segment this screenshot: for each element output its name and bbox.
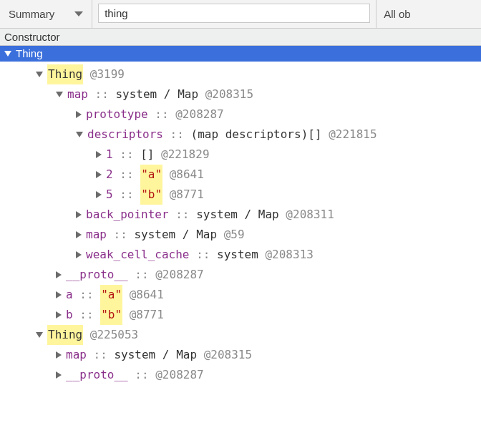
property-name: 5 (106, 185, 113, 205)
tree-row[interactable]: Thing @3199 (0, 64, 481, 84)
constructor-match: Thing (47, 64, 83, 84)
object-id: :: (88, 84, 116, 104)
objects-scope-label: All ob (384, 8, 411, 20)
arrow-right-icon[interactable] (96, 191, 102, 198)
property-name: b (66, 305, 73, 325)
string-value: "b" (100, 305, 122, 325)
string-value: "a" (100, 285, 122, 305)
property-name: map (67, 84, 88, 104)
heap-tree: Thing @3199map :: system / Map @208315pr… (0, 62, 481, 392)
object-id: @208315 (205, 84, 253, 104)
object-id: @208287 (175, 104, 223, 125)
arrow-right-icon[interactable] (76, 231, 82, 238)
arrow-down-icon[interactable] (56, 92, 63, 97)
arrow-right-icon[interactable] (56, 351, 62, 359)
tree-row[interactable]: Thing @225053 (0, 325, 481, 345)
property-name: __proto__ (66, 265, 128, 285)
object-id: :: (128, 265, 156, 285)
tree-row[interactable]: map :: system / Map @208315 (0, 84, 481, 104)
arrow-right-icon[interactable] (76, 111, 82, 118)
arrow-right-icon[interactable] (56, 271, 62, 278)
object-id: @8641 (122, 285, 164, 305)
toolbar: Summary All ob (0, 0, 481, 29)
arrow-down-icon[interactable] (36, 72, 43, 77)
object-id: @225053 (83, 325, 138, 345)
type-text: [] (140, 145, 161, 165)
chevron-down-icon (74, 11, 83, 16)
object-id: :: (113, 165, 141, 185)
tree-row[interactable]: map :: system / Map @59 (0, 225, 481, 245)
tree-row[interactable]: 2 :: "a" @8641 (0, 165, 481, 185)
object-id: :: (73, 285, 101, 305)
object-id: :: (163, 125, 191, 145)
string-value: "b" (140, 185, 162, 205)
property-name: prototype (86, 104, 148, 125)
object-id: :: (87, 345, 115, 365)
tree-row[interactable]: map :: system / Map @208315 (0, 345, 481, 365)
object-id: @59 (224, 225, 245, 245)
type-text: system / Map (115, 84, 205, 104)
object-id: @221815 (329, 125, 376, 145)
class-filter-input[interactable] (98, 4, 370, 23)
property-name: descriptors (87, 125, 163, 145)
object-id: @208315 (204, 345, 252, 365)
tree-row[interactable]: 5 :: "b" @8771 (0, 185, 481, 205)
object-id: :: (148, 104, 176, 125)
tree-row[interactable]: 1 :: [] @221829 (0, 145, 481, 165)
tree-row[interactable]: prototype :: @208287 (0, 104, 481, 125)
constructor-match: Thing (47, 325, 83, 345)
object-id: :: (169, 205, 197, 225)
property-name: a (66, 285, 73, 305)
arrow-right-icon[interactable] (56, 371, 62, 379)
object-id: :: (128, 365, 156, 385)
filter-wrap (92, 0, 376, 28)
type-text: system / Map (134, 225, 223, 245)
property-name: weak_cell_cache (86, 245, 190, 265)
object-id: @208313 (265, 245, 313, 265)
object-id: @221829 (161, 145, 209, 165)
constructor-name: Thing (16, 47, 43, 59)
object-id: @208287 (155, 365, 203, 385)
type-text: system / Map (196, 205, 286, 225)
type-text: (map descriptors)[] (191, 125, 329, 145)
arrow-right-icon[interactable] (96, 171, 102, 178)
arrow-right-icon[interactable] (56, 311, 62, 318)
property-name: __proto__ (66, 365, 128, 385)
object-id: :: (73, 305, 101, 325)
property-name: 1 (106, 145, 113, 165)
type-text: system (217, 245, 265, 265)
tree-row[interactable]: __proto__ :: @208287 (0, 365, 481, 385)
constructor-row-selected[interactable]: Thing (0, 46, 481, 62)
tree-row[interactable]: b :: "b" @8771 (0, 305, 481, 325)
property-name: map (86, 225, 107, 245)
property-name: back_pointer (86, 205, 169, 225)
object-id: :: (107, 225, 135, 245)
column-header-constructor[interactable]: Constructor (0, 29, 481, 46)
tree-row[interactable]: descriptors :: (map descriptors)[] @2218… (0, 125, 481, 145)
string-value: "a" (140, 165, 162, 185)
object-id: @3199 (83, 64, 125, 84)
tree-row[interactable]: __proto__ :: @208287 (0, 265, 481, 285)
object-id: @8641 (162, 165, 204, 185)
arrow-right-icon[interactable] (96, 151, 102, 158)
object-id: @208311 (286, 205, 334, 225)
arrow-down-icon[interactable] (36, 332, 43, 338)
arrow-right-icon[interactable] (56, 291, 62, 298)
view-dropdown[interactable]: Summary (0, 0, 92, 28)
object-id: @208287 (155, 265, 203, 285)
arrow-right-icon[interactable] (76, 211, 82, 218)
type-text: system / Map (114, 345, 203, 365)
object-id: @8771 (122, 305, 164, 325)
tree-row[interactable]: a :: "a" @8641 (0, 285, 481, 305)
objects-scope-dropdown[interactable]: All ob (376, 0, 418, 28)
property-name: 2 (106, 165, 113, 185)
tree-row[interactable]: back_pointer :: system / Map @208311 (0, 205, 481, 225)
object-id: :: (190, 245, 218, 265)
expand-arrow-icon (4, 51, 11, 57)
arrow-down-icon[interactable] (76, 132, 83, 137)
view-dropdown-label: Summary (9, 8, 54, 20)
arrow-right-icon[interactable] (76, 251, 82, 258)
tree-row[interactable]: weak_cell_cache :: system @208313 (0, 245, 481, 265)
object-id: :: (113, 185, 141, 205)
object-id: @8771 (162, 185, 204, 205)
